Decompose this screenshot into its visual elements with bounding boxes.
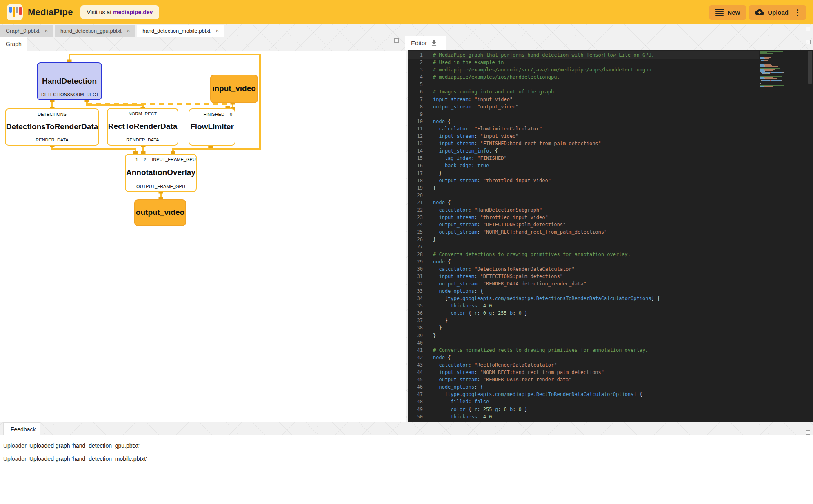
code-text: } — [423, 420, 448, 422]
line-number: 26 — [408, 236, 423, 243]
code-text: input_stream: "DETECTIONS:palm_detection… — [423, 273, 563, 280]
line-number: 50 — [408, 413, 423, 420]
code-text: # Images coming into and out of the grap… — [423, 88, 557, 95]
code-text: output_stream: "RENDER_DATA:detection_re… — [423, 280, 586, 287]
line-number: 14 — [408, 147, 423, 155]
line-number: 17 — [408, 170, 423, 177]
code-text: output_stream: "RENDER_DATA:rect_render_… — [423, 376, 572, 383]
minimap[interactable] — [760, 51, 795, 91]
file-tab-hand-detection-gpu-pbtxt[interactable]: hand_detection_gpu.pbtxt× — [55, 25, 135, 37]
close-icon[interactable]: × — [214, 27, 220, 34]
port-label: FINISHED — [204, 112, 224, 117]
logo-bar — [9, 7, 12, 13]
port-label: OUTPUT_FRAME_GPU — [136, 184, 185, 189]
code-text — [423, 243, 433, 250]
new-button[interactable]: New — [709, 5, 746, 20]
graph-node-flow-limiter[interactable]: FINISHED0FlowLimiter — [189, 108, 235, 146]
line-number: 32 — [408, 280, 423, 287]
code-line: 1# MediaPipe graph that performs hand de… — [408, 51, 759, 59]
line-number: 36 — [408, 309, 423, 317]
code-text: calculator: "HandDetectionSubgraph" — [423, 206, 542, 214]
editor-scrollbar-thumb[interactable] — [808, 51, 812, 84]
download-icon[interactable] — [430, 39, 438, 47]
code-line: 22calculator: "HandDetectionSubgraph" — [408, 206, 759, 214]
graph-node-hand-detection[interactable]: HandDetectionDETECTIONSNORM_RECT — [37, 62, 102, 100]
file-tab-hand-detection-mobile-pbtxt[interactable]: hand_detection_mobile.pbtxt× — [137, 25, 224, 37]
graph-canvas[interactable]: HandDetectionDETECTIONSNORM_RECTinput_vi… — [0, 51, 406, 422]
code-line: 46node_options: { — [408, 383, 759, 391]
port-label: 2 — [144, 157, 146, 162]
node-title: FlowLimiter — [189, 122, 235, 131]
line-number: 12 — [408, 133, 423, 140]
file-tab-label: hand_detection_mobile.pbtxt — [142, 28, 210, 34]
visit-text: Visit us at — [87, 9, 111, 15]
code-text: # Converts detections to drawing primiti… — [423, 251, 631, 258]
port-label: RENDER_DATA — [36, 137, 68, 142]
code-editor[interactable]: 1# MediaPipe graph that performs hand de… — [408, 50, 813, 422]
tab-graph[interactable]: Graph — [0, 37, 27, 51]
line-number: 15 — [408, 155, 423, 162]
line-number: 31 — [408, 273, 423, 280]
line-number: 27 — [408, 243, 423, 250]
code-text — [423, 81, 433, 88]
node-title: DetectionsToRenderData — [6, 122, 98, 131]
code-text: tag_index: "FINISHED" — [423, 155, 507, 162]
code-line: 13input_stream: "FINISHED:hand_rect_from… — [408, 140, 759, 147]
node-output-ports: DETECTIONSNORM_RECT — [38, 92, 101, 97]
feedback-panel-expand-icon[interactable] — [806, 430, 810, 435]
code-line: 14input_stream_info: { — [408, 147, 759, 155]
graph-node-rect-to-render-data[interactable]: NORM_RECTRectToRenderDataRENDER_DATA — [107, 108, 178, 146]
line-number: 48 — [408, 398, 423, 405]
code-lines[interactable]: 1# MediaPipe graph that performs hand de… — [408, 51, 759, 422]
tab-feedback[interactable]: Feedback — [3, 422, 40, 435]
code-text: calculator: "RectToRenderDataCalculator" — [423, 361, 557, 369]
new-button-label: New — [727, 9, 740, 16]
graph-node-detections-to-render-data[interactable]: DETECTIONSDetectionsToRenderDataRENDER_D… — [5, 108, 99, 146]
code-line: 38} — [408, 324, 759, 332]
code-line: 9 — [408, 111, 759, 118]
node-title: RectToRenderData — [108, 122, 178, 131]
port-label: RENDER_DATA — [126, 137, 159, 142]
kebab-menu-icon[interactable]: ⋮ — [792, 8, 803, 17]
code-text: back_edge: true — [423, 162, 489, 169]
file-tab-graph-0-pbtxt[interactable]: Graph_0.pbtxt× — [0, 25, 53, 37]
code-text: output_stream: "NORM_RECT:hand_rect_from… — [423, 228, 607, 236]
graph-node-annotation-overlay[interactable]: 12INPUT_FRAME_GPUAnnotationOverlayOUTPUT… — [125, 154, 197, 192]
graph-node-input-video[interactable]: input_video — [210, 75, 258, 103]
line-number: 4 — [408, 73, 423, 81]
tab-editor[interactable]: Editor — [405, 36, 446, 50]
graph-panel-expand-icon[interactable] — [394, 38, 399, 43]
file-tab-label: Graph_0.pbtxt — [6, 28, 39, 34]
editor-panel-expand-icon[interactable] — [806, 40, 811, 44]
code-line: 35thickness: 4.0 — [408, 302, 759, 309]
node-output-ports: OUTPUT_FRAME_GPU — [126, 184, 196, 189]
code-text: thickness: 4.0 — [423, 413, 492, 420]
code-text: # Used in the example in — [423, 59, 504, 66]
code-text: input_stream: "NORM_RECT:hand_rect_from_… — [423, 369, 604, 376]
line-number: 2 — [408, 59, 423, 66]
code-text: } — [423, 184, 436, 192]
graph-node-output-video[interactable]: output_video — [134, 199, 186, 226]
port-label: DETECTIONS — [41, 92, 70, 97]
code-text: input_stream: "input_video" — [423, 96, 513, 103]
code-line: 16back_edge: true — [408, 162, 759, 169]
code-text: } — [423, 317, 448, 324]
upload-button-label: Upload — [768, 9, 789, 16]
line-number: 10 — [408, 118, 423, 125]
mediapipe-dev-link[interactable]: mediapipe.dev — [113, 9, 153, 15]
close-icon[interactable]: × — [43, 27, 49, 34]
line-number: 39 — [408, 332, 423, 339]
line-number: 34 — [408, 295, 423, 302]
code-text: # mediapipie/examples/android/src/java/c… — [423, 66, 654, 73]
code-line: 17} — [408, 170, 759, 177]
line-number: 9 — [408, 111, 423, 118]
line-number: 44 — [408, 369, 423, 376]
upload-button[interactable]: Upload ⋮ — [749, 5, 806, 20]
tabbar-expand-icon[interactable] — [806, 27, 810, 31]
feedback-message: Uploaded graph 'hand_detection_gpu.pbtxt… — [26, 442, 140, 451]
code-line: 44input_stream: "NORM_RECT:hand_rect_fro… — [408, 369, 759, 376]
feedback-source: Uploader — [0, 442, 26, 451]
line-number: 20 — [408, 192, 423, 199]
close-icon[interactable]: × — [126, 27, 131, 34]
code-text — [423, 192, 433, 199]
